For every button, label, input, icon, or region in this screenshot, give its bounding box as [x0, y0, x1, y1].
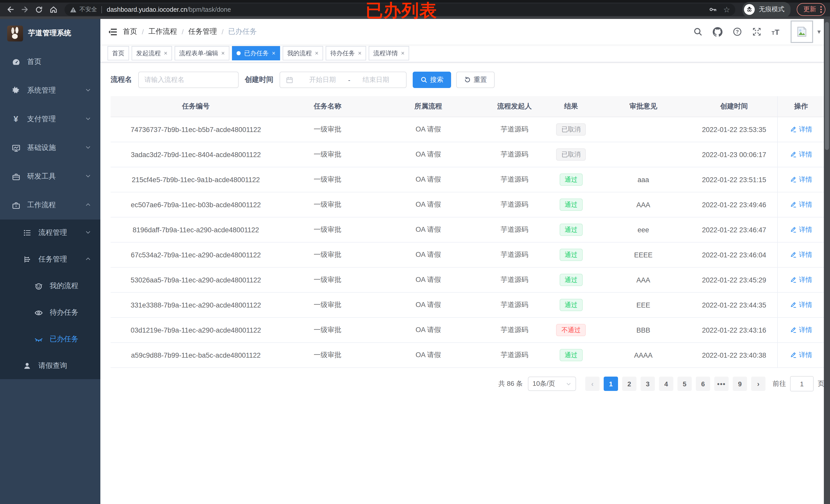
breadcrumb-current: 已办任务 — [228, 27, 257, 36]
sidebar-toggle-button[interactable] — [107, 27, 123, 37]
sidebar-item-workflow[interactable]: 工作流程 — [0, 191, 100, 220]
goto-page-input[interactable] — [790, 376, 813, 392]
page-button-3[interactable]: 3 — [641, 377, 655, 391]
cell-process: OA 请假 — [374, 267, 483, 293]
page-buttons: 123456•••9 — [602, 377, 749, 391]
page-scrollbar[interactable] — [824, 19, 830, 504]
next-page-button[interactable]: › — [751, 377, 765, 391]
sidebar-item-infra[interactable]: 基础设施 — [0, 134, 100, 162]
detail-button[interactable]: 详情 — [790, 300, 812, 309]
breadcrumb-home[interactable]: 首页 — [123, 27, 137, 36]
page-ellipsis[interactable]: ••• — [714, 377, 729, 391]
github-icon — [713, 27, 723, 37]
tab-发起流程[interactable]: 发起流程× — [132, 46, 172, 60]
create-time-label: 创建时间 — [245, 75, 274, 85]
sidebar-item-devtools[interactable]: 研发工具 — [0, 162, 100, 191]
detail-button[interactable]: 详情 — [790, 200, 812, 209]
sidebar-item-home[interactable]: 首页 — [0, 47, 100, 76]
sidebar-menu: 首页 系统管理 ¥ 支付管理 基础设施 — [0, 47, 100, 379]
sidebar-item-my-process[interactable]: 我的流程 — [0, 273, 100, 299]
date-range-input[interactable]: 开始日期 - 结束日期 — [280, 72, 407, 88]
header-search-button[interactable] — [688, 27, 708, 36]
reload-button[interactable] — [33, 3, 45, 15]
cell-starter: 芋道源码 — [482, 317, 546, 343]
result-badge: 通过 — [560, 349, 582, 361]
bookmark-star-icon[interactable]: ☆ — [723, 5, 730, 14]
eye-icon — [34, 308, 43, 317]
col-result: 结果 — [547, 96, 596, 117]
pagination: 共 86 条 10条/页 ‹ 123456•••9 › 前往 页 — [110, 376, 824, 392]
tab-close-icon[interactable]: × — [401, 49, 405, 57]
tree-icon — [23, 255, 32, 264]
sidebar-item-todo-tasks[interactable]: 待办任务 — [0, 299, 100, 326]
breadcrumb-workflow[interactable]: 工作流程 — [149, 27, 177, 36]
browser-update-button[interactable]: 更新 — [797, 3, 825, 16]
page-button-2[interactable]: 2 — [622, 377, 636, 391]
detail-button[interactable]: 详情 — [790, 225, 812, 234]
avatar[interactable] — [791, 21, 813, 43]
sidebar-item-system[interactable]: 系统管理 — [0, 76, 100, 105]
tab-close-icon[interactable]: × — [358, 49, 361, 57]
process-name-input[interactable]: 请输入流程名 — [138, 72, 238, 88]
page-button-9[interactable]: 9 — [733, 377, 747, 391]
tab-close-icon[interactable]: × — [221, 49, 225, 57]
svg-text:?: ? — [736, 29, 739, 35]
col-process: 所属流程 — [374, 96, 483, 117]
detail-button[interactable]: 详情 — [790, 175, 812, 184]
question-icon: ? — [733, 27, 742, 36]
tab-已办任务[interactable]: 已办任务× — [232, 46, 280, 60]
tab-close-icon[interactable]: × — [315, 49, 318, 57]
tab-close-icon[interactable]: × — [164, 49, 167, 57]
page-button-1[interactable]: 1 — [604, 377, 618, 391]
tab-首页[interactable]: 首页 — [107, 46, 129, 60]
detail-button[interactable]: 详情 — [790, 150, 812, 159]
font-size-button[interactable]: TT — [767, 28, 785, 36]
sidebar-item-task-mgmt[interactable]: 任务管理 — [0, 246, 100, 273]
page-button-4[interactable]: 4 — [659, 377, 673, 391]
search-button[interactable]: 搜索 — [413, 72, 451, 88]
sidebar-item-process-mgmt[interactable]: 流程管理 — [0, 220, 100, 246]
app-logo-row[interactable]: 芋道管理系统 — [0, 19, 100, 47]
user-icon — [23, 362, 32, 370]
prev-page-button[interactable]: ‹ — [585, 377, 600, 391]
help-button[interactable]: ? — [728, 27, 747, 36]
breadcrumb-task-mgmt[interactable]: 任务管理 — [188, 27, 217, 36]
detail-button[interactable]: 详情 — [790, 350, 812, 360]
col-task-name: 任务名称 — [281, 96, 374, 117]
github-link[interactable] — [708, 27, 728, 37]
tab-待办任务[interactable]: 待办任务× — [326, 46, 366, 60]
home-icon — [49, 5, 58, 14]
detail-button[interactable]: 详情 — [790, 325, 812, 334]
forward-button[interactable] — [19, 3, 31, 15]
cell-result: 通过 — [547, 167, 596, 192]
cell-result: 通过 — [547, 192, 596, 217]
sidebar-item-done-tasks[interactable]: 已办任务 — [0, 326, 100, 352]
cell-task-name: 一级审批 — [281, 267, 374, 293]
page-button-5[interactable]: 5 — [677, 377, 692, 391]
broken-image-icon — [796, 26, 808, 38]
detail-button[interactable]: 详情 — [790, 125, 812, 134]
sidebar-item-payment[interactable]: ¥ 支付管理 — [0, 105, 100, 134]
tab-close-icon[interactable]: × — [272, 49, 276, 57]
scrollbar-thumb[interactable] — [825, 22, 829, 150]
table-row: 3adac3d2-7b9d-11ec-8404-acde48001122一级审批… — [110, 142, 824, 167]
back-button[interactable] — [4, 3, 17, 15]
detail-button[interactable]: 详情 — [790, 275, 812, 284]
page-button-6[interactable]: 6 — [696, 377, 710, 391]
fullscreen-button[interactable] — [747, 27, 767, 36]
page-size-select[interactable]: 10条/页 — [528, 377, 576, 391]
detail-button[interactable]: 详情 — [790, 250, 812, 259]
sidebar-item-leave-query[interactable]: 请假查询 — [0, 352, 100, 379]
tab-流程详情[interactable]: 流程详情× — [369, 46, 409, 60]
goto-page: 前往 页 — [773, 376, 824, 392]
browser-menu-icon[interactable] — [820, 4, 822, 15]
reset-button[interactable]: 重置 — [456, 72, 494, 88]
cell-created: 2022-01-22 23:40:38 — [691, 343, 777, 368]
cell-created: 2022-01-22 23:49:46 — [691, 192, 777, 217]
tags-view: 首页发起流程×流程表单-编辑×已办任务×我的流程×待办任务×流程详情× — [100, 44, 830, 62]
password-key-icon[interactable] — [708, 5, 717, 14]
tab-流程表单-编辑[interactable]: 流程表单-编辑× — [174, 46, 229, 60]
tab-我的流程[interactable]: 我的流程× — [283, 46, 323, 60]
home-button[interactable] — [47, 3, 59, 15]
avatar-caret-icon[interactable]: ▼ — [816, 29, 822, 35]
